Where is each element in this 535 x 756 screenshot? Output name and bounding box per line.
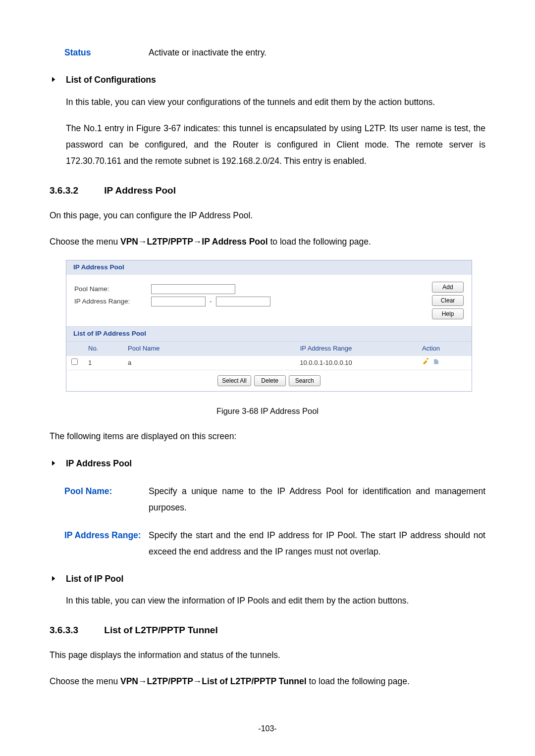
cell-no: 1 [88, 358, 128, 367]
section-3632-nav: Choose the menu VPN→L2TP/PPTP→IP Address… [50, 234, 485, 250]
nav-suffix: to load the following page. [268, 237, 371, 247]
help-button[interactable]: Help [432, 308, 464, 319]
delete-button[interactable]: Delete [254, 375, 286, 386]
nav-prefix-2: Choose the menu [50, 676, 120, 686]
section-3633-num: 3.6.3.3 [50, 621, 102, 639]
status-def-label: Status [64, 45, 149, 61]
label-pool-name: Pool Name: [74, 285, 151, 294]
cell-ip-range: 10.0.0.1-10.0.0.10 [257, 358, 395, 367]
range-dash: - [209, 297, 213, 306]
ip-range-start-input[interactable] [151, 297, 206, 306]
table-row: 1 a 10.0.0.1-10.0.0.10 [66, 355, 472, 370]
ip-range-end-input[interactable] [216, 297, 270, 306]
col-action: Action [395, 344, 467, 353]
ip-address-pool-heading: IP Address Pool [66, 455, 132, 472]
search-button[interactable]: Search [289, 375, 321, 386]
section-3632-title: IP Address Pool [104, 185, 176, 196]
col-no: No. [88, 344, 128, 353]
section-3633-intro: This page displays the information and s… [50, 647, 485, 663]
list-of-configurations-heading: List of Configurations [66, 72, 156, 88]
chevron-right-icon [50, 455, 57, 472]
label-ip-range: IP Address Range: [74, 297, 151, 306]
edit-icon[interactable] [422, 358, 429, 368]
pool-name-input[interactable] [151, 284, 235, 294]
list-of-ip-pool-heading: List of IP Pool [66, 571, 123, 587]
page-number: -103- [0, 721, 535, 736]
section-3633-nav: Choose the menu VPN→L2TP/PPTP→List of L2… [50, 673, 485, 690]
nav-bold-2: VPN→L2TP/PPTP→List of L2TP/PPTP Tunnel [120, 676, 307, 686]
select-all-button[interactable]: Select All [217, 375, 251, 386]
add-button[interactable]: Add [432, 282, 464, 293]
section-3632-num: 3.6.3.2 [50, 182, 102, 200]
figure-caption: Figure 3-68 IP Address Pool [50, 403, 485, 419]
panel-header: IP Address Pool [66, 260, 472, 275]
nav-suffix-2: to load the following page. [307, 676, 410, 686]
chevron-right-icon [50, 72, 57, 89]
section-3633-title: List of L2TP/PPTP Tunnel [104, 625, 217, 635]
pool-name-def-label: Pool Name: [64, 483, 149, 516]
cell-pool-name: a [128, 358, 257, 367]
status-def-desc: Activate or inactivate the entry. [149, 45, 485, 61]
col-ip-range: IP Address Range [257, 344, 395, 353]
pool-name-def-desc: Specify a unique name to the IP Address … [149, 483, 485, 516]
ip-range-def-label: IP Address Range: [64, 527, 149, 560]
ip-address-pool-panel: IP Address Pool Pool Name: IP Address Ra… [66, 260, 472, 392]
list-conf-p1: In this table, you can view your configu… [66, 94, 485, 110]
list-of-ip-pool-text: In this table, you can view the informat… [66, 593, 485, 609]
delete-icon[interactable] [432, 358, 440, 368]
list-header: List of IP Address Pool [66, 326, 472, 341]
row-checkbox[interactable] [71, 358, 78, 365]
col-pool-name: Pool Name [128, 344, 257, 353]
nav-prefix: Choose the menu [50, 237, 120, 247]
clear-button[interactable]: Clear [432, 295, 464, 306]
ip-range-def-desc: Specify the start and the end IP address… [149, 527, 485, 560]
nav-bold: VPN→L2TP/PPTP→IP Address Pool [120, 237, 268, 247]
chevron-right-icon [50, 571, 57, 588]
section-3632-intro: On this page, you can configure the IP A… [50, 207, 485, 224]
list-conf-p2: The No.1 entry in Figure 3-67 indicates:… [66, 120, 485, 170]
following-items-text: The following items are displayed on thi… [50, 428, 485, 445]
